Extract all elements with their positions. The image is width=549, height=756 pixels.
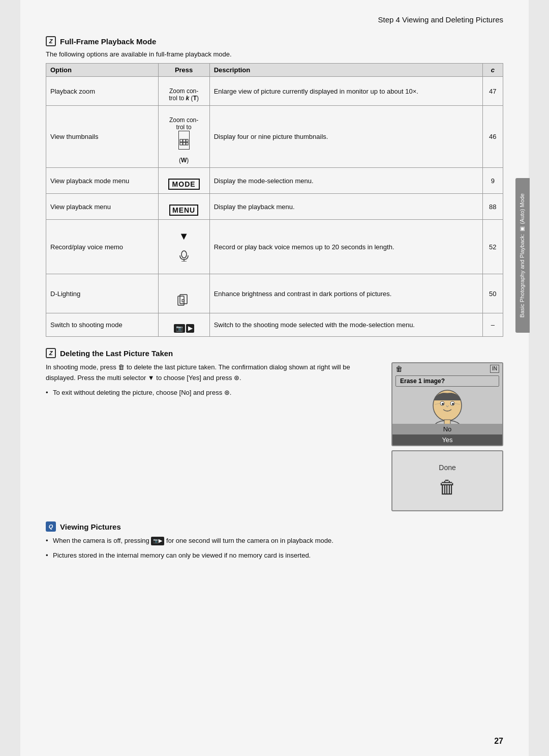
deleting-intro: In shooting mode, press 🗑 to delete the … (46, 362, 381, 384)
no-option: No (392, 424, 502, 434)
c-view-playback-mode: 9 (482, 168, 503, 194)
table-row: Playback zoom Zoom con-trol to k (T) Enl… (46, 77, 503, 106)
erase-dialog: Erase 1 image? (395, 375, 499, 387)
cam-in-label: IN (490, 365, 499, 373)
viewing-section: Q Viewing Pictures When the camera is of… (46, 521, 503, 561)
playback-table: Option Press Description c Playback zoom… (46, 63, 503, 337)
bullet-no-delete: To exit without deleting the picture, ch… (46, 388, 381, 398)
fullframe-section-title: Z Full-Frame Playback Mode (46, 36, 503, 46)
camera-image-area (392, 388, 502, 428)
zoom-k-text: Zoom con-trol to k (T) (169, 88, 199, 102)
camera-icon: 📷 (174, 324, 185, 333)
svg-point-6 (181, 251, 187, 258)
page-wrapper: Basic Photography and Playback: ▣ (Auto)… (20, 0, 529, 756)
svg-rect-2 (186, 139, 188, 142)
mic-icon (177, 243, 191, 263)
c-view-playback-menu: 88 (482, 194, 503, 220)
page-header: Step 4 Viewing and Deleting Pictures (46, 15, 503, 27)
option-record-voice: Record/play voice memo (46, 220, 159, 274)
desc-d-lighting: Enhance brightness and contrast in dark … (209, 274, 482, 313)
press-mode: MODE (158, 168, 209, 194)
deleting-images: 🗑 IN Erase 1 image? (391, 362, 503, 511)
viewing-bullet-1: When the camera is off, pressing 📷▶ for … (46, 536, 503, 546)
svg-point-16 (452, 403, 454, 405)
option-view-playback-menu: View playback menu (46, 194, 159, 220)
trash-inline-icon: 🗑 (118, 363, 125, 371)
col-header-option: Option (46, 64, 159, 77)
press-voice: ▼ (158, 220, 209, 274)
mode-button-icon: MODE (168, 179, 200, 190)
svg-rect-1 (183, 139, 186, 142)
col-header-press: Press (158, 64, 209, 77)
desc-switch-shooting: Switch to the shooting mode selected wit… (209, 313, 482, 337)
c-view-thumbnails: 46 (482, 106, 503, 168)
press-zoom-k: Zoom con-trol to k (T) (158, 77, 209, 106)
shoot-cam-icons: 📷 ▶ (174, 324, 194, 333)
viewing-bullet-2: Pictures stored in the internal memory c… (46, 550, 503, 561)
svg-point-15 (442, 403, 444, 405)
grid-icon (178, 131, 190, 150)
table-row: D-Lighting D Enhance brightness and cont… (46, 274, 503, 313)
play-icon: ▶ (186, 324, 194, 333)
viewing-icon: Q (46, 521, 56, 532)
deleting-section-title: Z Deleting the Last Picture Taken (46, 348, 503, 358)
done-trash-icon: 🗑 (438, 477, 456, 498)
table-row: Switch to shooting mode 📷 ▶ Switch to th… (46, 313, 503, 337)
side-tab-text: Basic Photography and Playback: ▣ (Auto)… (518, 193, 526, 317)
option-view-thumbnails: View thumbnails (46, 106, 159, 168)
deleting-section: Z Deleting the Last Picture Taken In sho… (46, 348, 503, 511)
viewing-bullets: When the camera is off, pressing 📷▶ for … (46, 536, 503, 561)
desc-view-playback-menu: Display the playback menu. (209, 194, 482, 220)
c-record-voice: 52 (482, 220, 503, 274)
cam-trash-icon: 🗑 (395, 365, 403, 373)
option-d-lighting: D-Lighting (46, 274, 159, 313)
table-row: View playback menu MENU Display the play… (46, 194, 503, 220)
deleting-icon: Z (46, 348, 56, 358)
deleting-content: In shooting mode, press 🗑 to delete the … (46, 362, 503, 511)
table-row: View playback mode menu MODE Display the… (46, 168, 503, 194)
deleting-title-text: Deleting the Last Picture Taken (60, 349, 173, 358)
cam-bottom-bar: No Yes (392, 424, 502, 445)
zoom-w-text: Zoom con-trol to (169, 117, 198, 131)
c-d-lighting: 50 (482, 274, 503, 313)
c-playback-zoom: 47 (482, 77, 503, 106)
deleting-text-area: In shooting mode, press 🗑 to delete the … (46, 362, 381, 400)
w-label: (W) (179, 157, 189, 164)
svg-rect-3 (180, 142, 182, 145)
col-header-c: c (482, 64, 503, 77)
fullframe-intro: The following options are available in f… (46, 50, 503, 58)
arrow-down-icon: ▼ (179, 230, 189, 242)
table-row: View thumbnails Zoom con-trol to (46, 106, 503, 168)
deleting-bullets: To exit without deleting the picture, ch… (46, 388, 381, 398)
viewing-section-title: Q Viewing Pictures (46, 521, 503, 532)
fullframe-title-text: Full-Frame Playback Mode (60, 37, 156, 46)
svg-rect-4 (183, 142, 186, 145)
camera-playback-icon: 📷▶ (151, 537, 164, 545)
page-number: 27 (494, 737, 503, 746)
press-menu: MENU (158, 194, 209, 220)
viewing-title-text: Viewing Pictures (60, 522, 121, 531)
press-zoom-w: Zoom con-trol to (W) (158, 106, 209, 168)
option-view-playback-mode: View playback mode menu (46, 168, 159, 194)
face-illustration (427, 389, 468, 427)
camera-display: 🗑 IN Erase 1 image? (391, 362, 503, 446)
option-switch-shooting: Switch to shooting mode (46, 313, 159, 337)
done-box: Done 🗑 (391, 450, 503, 511)
option-playback-zoom: Playback zoom (46, 77, 159, 106)
press-dlighting: D (158, 274, 209, 313)
d-lighting-icon: D (177, 285, 191, 309)
desc-record-voice: Record or play back voice memos up to 20… (209, 220, 482, 274)
desc-view-playback-mode: Display the mode-selection menu. (209, 168, 482, 194)
menu-button-icon: MENU (169, 205, 198, 216)
svg-text:D: D (181, 298, 185, 303)
press-shoot: 📷 ▶ (158, 313, 209, 337)
col-header-description: Description (209, 64, 482, 77)
page-title: Step 4 Viewing and Deleting Pictures (378, 15, 503, 24)
svg-rect-5 (186, 142, 188, 145)
desc-view-thumbnails: Display four or nine picture thumbnails. (209, 106, 482, 168)
fullframe-icon: Z (46, 36, 56, 46)
yes-option: Yes (392, 434, 502, 445)
cam-top-bar: 🗑 IN (392, 363, 502, 374)
done-label: Done (439, 463, 455, 472)
voice-icon-cell: ▼ (163, 230, 205, 263)
